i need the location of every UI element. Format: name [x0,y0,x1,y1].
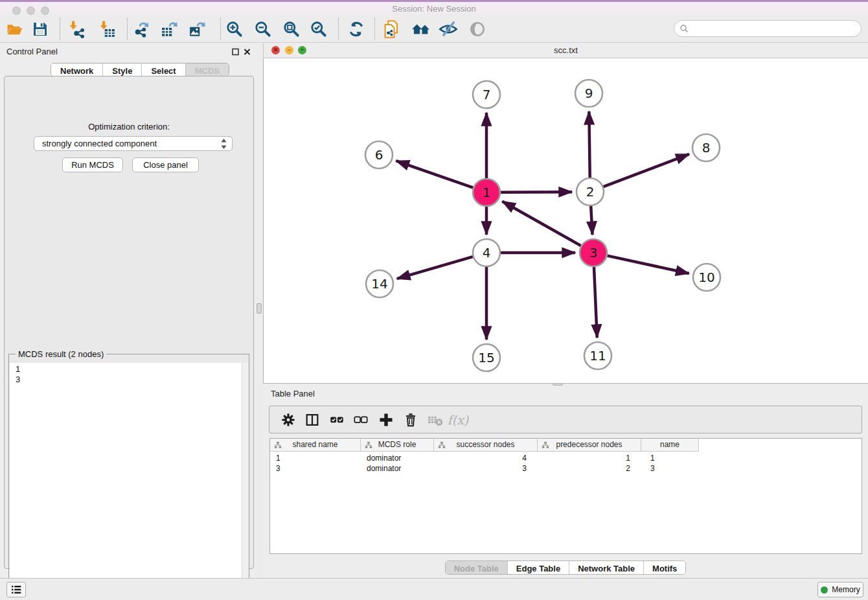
table-cell[interactable]: dominator [361,463,434,474]
save-session-button[interactable] [29,17,52,41]
network-graph: 1234678910111415 [264,58,868,382]
edge-3-10[interactable] [607,256,689,273]
tab-mcds[interactable]: MCDS [186,63,229,76]
function-builder-button[interactable]: f(x) [447,410,469,430]
edge-3-1[interactable] [502,202,580,246]
graph-node-label-7: 7 [483,87,491,102]
toolbar-separator [338,18,339,40]
zoom-out-button[interactable] [251,17,275,41]
column-header-predecessor-nodes[interactable]: predecessor nodes [538,439,641,452]
hide-graphics-button[interactable] [437,17,460,41]
edge-3-11[interactable] [594,267,597,338]
tab-style[interactable]: Style [103,63,142,76]
mcds-result-textarea[interactable]: 13 [10,363,249,600]
delete-column-button[interactable] [400,410,422,430]
add-column-button[interactable] [375,410,397,430]
table-cell[interactable]: 3 [434,463,538,474]
edge-2-3[interactable] [591,206,592,235]
column-header-MCDS-role[interactable]: MCDS role [361,439,434,452]
open-folder-icon [6,21,23,38]
tab-motifs[interactable]: Motifs [644,561,685,574]
network-view-window: ✕ − + scc.txt 1234678910111415 [263,43,868,384]
run-mcds-button[interactable]: Run MCDS [62,157,123,172]
control-panel-tab-strip: NetworkStyleSelectMCDS [51,63,229,76]
select-all-icon [329,412,345,428]
import-network-button[interactable] [65,17,88,41]
tab-select[interactable]: Select [142,63,185,76]
node-table[interactable]: shared nameMCDS rolesuccessor nodesprede… [269,438,862,554]
edge-4-14[interactable] [397,257,473,279]
delete-table-icon [427,411,444,428]
zoom-fit-icon [282,20,301,38]
tab-network-table[interactable]: Network Table [569,561,644,574]
zoom-selected-button[interactable] [307,17,330,41]
table-cell[interactable]: 1 [641,453,699,463]
tree-icon [274,441,282,449]
table-cell[interactable]: 3 [641,463,699,474]
edge-2-9[interactable] [589,111,589,178]
mcds-result-line: 3 [16,375,249,385]
window-titlebar: Session: New Session [0,0,868,13]
network-canvas[interactable]: 1234678910111415 [263,58,868,384]
control-panel-title: Control Panel [6,47,58,56]
float-panel-icon[interactable] [232,47,239,56]
memory-button[interactable]: Memory [817,582,863,597]
zoom-fit-button[interactable] [280,17,303,41]
toolbar-separator [127,18,128,40]
refresh-network-button[interactable] [345,17,368,41]
import-network-icon [67,20,86,38]
vertical-splitter-handle[interactable] [257,303,262,314]
result-scrollbar[interactable] [242,363,249,600]
show-panels-button[interactable] [6,582,26,597]
column-header-shared-name[interactable]: shared name [270,439,361,452]
zoom-in-icon [225,20,244,38]
delete-table-button[interactable] [424,410,446,430]
open-session-button[interactable] [3,17,26,41]
birds-eye-button[interactable] [466,17,489,41]
split-columns-button[interactable] [301,410,323,430]
export-network-icon [132,20,150,38]
plus-icon [378,411,394,428]
table-toolbar: f(x) [269,406,862,433]
save-floppy-icon [32,21,49,38]
column-header-name[interactable]: name [641,439,699,452]
edge-1-2[interactable] [501,192,572,192]
graph-node-label-8: 8 [702,140,711,156]
edge-1-6[interactable] [396,161,473,188]
tree-icon [542,441,549,449]
zoom-in-button[interactable] [223,17,246,41]
close-panel-button[interactable]: Close panel [132,157,199,172]
table-settings-button[interactable] [277,410,299,430]
duplicate-network-button[interactable] [380,17,404,41]
deselect-all-button[interactable] [350,410,372,430]
import-table-button[interactable] [95,17,119,41]
close-panel-icon[interactable] [244,47,251,56]
table-cell[interactable]: 2 [538,463,641,474]
tab-node-table[interactable]: Node Table [446,561,508,574]
home-view-button[interactable] [409,17,433,41]
graph-node-label-14: 14 [371,276,387,292]
mcds-result-title: MCDS result (2 nodes) [16,349,106,359]
export-image-button[interactable] [186,17,209,41]
eye-slash-icon [439,19,458,39]
duplicate-network-icon [382,19,402,39]
tab-network[interactable]: Network [51,63,103,76]
table-tab-strip: Node TableEdge TableNetwork TableMotifs [445,560,687,575]
select-all-button[interactable] [326,410,348,430]
table-cell[interactable]: 3 [270,463,361,474]
table-cell[interactable]: 1 [270,453,361,463]
export-network-button[interactable] [130,17,153,41]
graph-node-label-15: 15 [478,350,494,365]
search-input[interactable] [689,24,861,34]
edge-2-8[interactable] [604,154,689,187]
tree-icon [438,441,446,449]
table-cell[interactable]: 1 [538,453,641,463]
control-panel: Control Panel NetworkStyleSelectMCDS Opt… [0,43,259,577]
table-cell[interactable]: dominator [361,453,434,463]
column-header-successor-nodes[interactable]: successor nodes [434,439,538,452]
graph-node-label-3: 3 [589,245,598,260]
table-cell[interactable]: 4 [434,453,538,463]
tab-edge-table[interactable]: Edge Table [508,561,569,574]
export-table-button[interactable] [158,17,181,41]
criterion-dropdown[interactable]: strongly connected component [34,136,233,151]
